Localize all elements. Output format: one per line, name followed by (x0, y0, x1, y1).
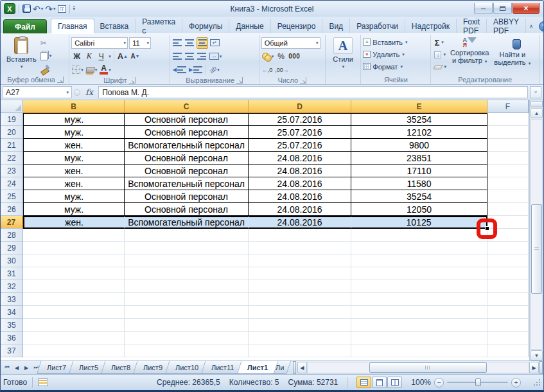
cell-F25[interactable] (487, 190, 529, 203)
hscroll-thumb[interactable] (369, 362, 486, 373)
cell-B23[interactable]: жен. (23, 165, 125, 177)
cell-C19[interactable]: Основной персонал (125, 113, 249, 126)
row-header-36[interactable]: 36 (1, 332, 23, 344)
borders-button[interactable]: ▾ (71, 64, 84, 76)
cell-D37[interactable] (249, 344, 351, 357)
align-top-button[interactable] (172, 37, 183, 49)
dialog-launcher-icon[interactable] (129, 77, 136, 84)
cell-E33[interactable] (351, 293, 487, 306)
cell-C23[interactable]: Основной персонал (125, 165, 249, 177)
tab-Разметка с[interactable]: Разметка с (136, 19, 182, 33)
row-header-33[interactable]: 33 (1, 293, 23, 306)
cell-F24[interactable] (487, 177, 529, 190)
cell-E19[interactable]: 35254 (351, 113, 487, 126)
cell-F31[interactable] (487, 267, 529, 280)
bold-button[interactable]: Ж (71, 51, 82, 62)
cell-D22[interactable]: 24.08.2016 (249, 152, 351, 165)
row-header-19[interactable]: 19 (1, 113, 23, 126)
prev-sheet-button[interactable]: ◀ (12, 363, 21, 373)
row-header-26[interactable]: 26 (1, 203, 23, 216)
cell-D24[interactable]: 24.08.2016 (249, 177, 351, 190)
cell-B32[interactable] (23, 280, 125, 293)
name-box[interactable]: A27▾ (3, 86, 72, 98)
wrap-text-button[interactable]: ↵ (209, 37, 220, 49)
column-header-E[interactable]: E (351, 100, 487, 113)
undo-button[interactable]: ↶▾ (33, 5, 43, 13)
fill-color-button[interactable]: ▾ (85, 64, 98, 76)
tab-Надстройк[interactable]: Надстройк (405, 19, 457, 33)
cell-E24[interactable]: 11580 (351, 177, 487, 190)
cell-B27[interactable]: жен. (23, 216, 125, 229)
cell-E36[interactable] (351, 332, 487, 344)
cell-B19[interactable]: муж. (23, 113, 125, 126)
cell-B31[interactable] (23, 267, 125, 280)
cell-D34[interactable] (249, 306, 351, 319)
cell-filler-19[interactable] (529, 113, 529, 126)
zoom-slider-thumb[interactable] (475, 379, 481, 386)
cell-C30[interactable] (125, 254, 249, 267)
underline-button[interactable]: Ч (96, 51, 107, 62)
tab-Вставка[interactable]: Вставка (94, 19, 136, 33)
next-sheet-button[interactable]: ▶ (22, 363, 31, 373)
orientation-button[interactable]: ab▾ (209, 64, 220, 76)
cell-B21[interactable]: жен. (23, 139, 125, 152)
cell-E29[interactable] (351, 242, 487, 254)
cell-C33[interactable] (125, 293, 249, 306)
column-header-B[interactable]: B (23, 100, 125, 113)
cell-filler-23[interactable] (529, 165, 529, 177)
cell-filler-31[interactable] (529, 267, 529, 280)
cell-C21[interactable]: Вспомогательный персонал (125, 139, 249, 152)
cell-F32[interactable] (487, 280, 529, 293)
cell-D27[interactable]: 24.08.2016 (249, 216, 351, 229)
tab-Данные[interactable]: Данные (229, 19, 270, 33)
autosum-button[interactable]: Σ▾ (433, 37, 448, 48)
cell-B20[interactable]: муж. (23, 126, 125, 139)
cell-F36[interactable] (487, 332, 529, 344)
minimize-ribbon-button[interactable]: ∧ (526, 22, 537, 31)
cell-B34[interactable] (23, 306, 125, 319)
comma-style-button[interactable]: 000 (288, 51, 301, 62)
excel-logo-icon[interactable]: X (4, 3, 15, 14)
row-header-23[interactable]: 23 (1, 165, 23, 177)
cell-B28[interactable] (23, 229, 125, 242)
zoom-in-button[interactable]: + (511, 378, 521, 388)
cell-D32[interactable] (249, 280, 351, 293)
cell-F20[interactable] (487, 126, 529, 139)
cell-filler-20[interactable] (529, 126, 529, 139)
grow-font-button[interactable]: A▲ (117, 51, 128, 62)
align-bottom-button[interactable] (197, 37, 208, 49)
cell-D30[interactable] (249, 254, 351, 267)
row-header-27[interactable]: 27 (1, 216, 23, 229)
row-header-31[interactable]: 31 (1, 267, 23, 280)
cell-F30[interactable] (487, 254, 529, 267)
cell-D29[interactable] (249, 242, 351, 254)
row-header-34[interactable]: 34 (1, 306, 23, 319)
table-view-button[interactable] (58, 5, 66, 13)
find-select-button[interactable]: Найти ивыделить ▾ (491, 36, 533, 75)
dialog-launcher-icon[interactable] (57, 76, 64, 83)
cell-B33[interactable] (23, 293, 125, 306)
cell-C24[interactable]: Вспомогательный персонал (125, 177, 249, 190)
cell-E32[interactable] (351, 280, 487, 293)
cell-E27[interactable]: 10125 (351, 216, 487, 229)
cell-D31[interactable] (249, 267, 351, 280)
cell-filler-32[interactable] (529, 280, 529, 293)
font-size-combo[interactable]: 11▾ (129, 37, 151, 49)
cell-E23[interactable]: 17110 (351, 165, 487, 177)
cell-C27[interactable]: Вспомогательный персонал (125, 216, 249, 229)
row-header-22[interactable]: 22 (1, 152, 23, 165)
cell-F33[interactable] (487, 293, 529, 306)
cell-B30[interactable] (23, 254, 125, 267)
cell-B26[interactable]: муж. (23, 203, 125, 216)
sheet-tab-Лист1[interactable]: Лист1 (236, 361, 278, 374)
dialog-launcher-icon[interactable] (300, 77, 306, 84)
save-button[interactable] (22, 4, 31, 13)
cell-C26[interactable]: Основной персонал (125, 203, 249, 216)
hscroll-left-button[interactable]: ◀ (297, 362, 307, 373)
scroll-split-handle[interactable] (540, 361, 543, 374)
cell-C31[interactable] (125, 267, 249, 280)
name-box-splitter[interactable] (74, 89, 80, 96)
row-header-32[interactable]: 32 (1, 280, 23, 293)
cell-D23[interactable]: 24.08.2016 (249, 165, 351, 177)
cell-B37[interactable] (23, 344, 125, 357)
